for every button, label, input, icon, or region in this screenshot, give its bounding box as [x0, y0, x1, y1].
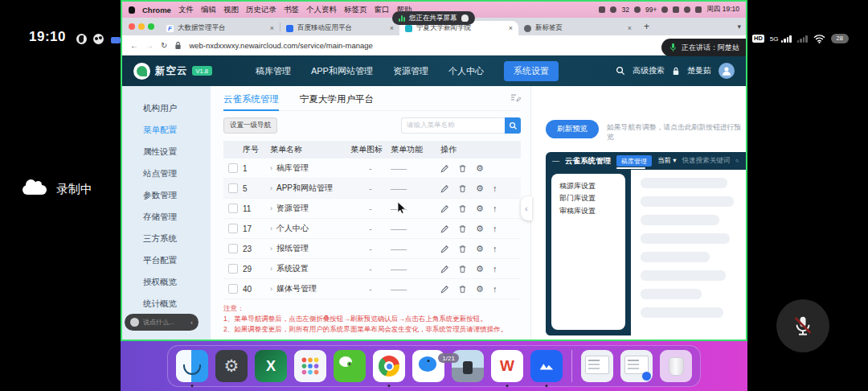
- edit-icon[interactable]: [440, 184, 449, 193]
- row-checkbox[interactable]: [228, 163, 238, 173]
- edit-icon[interactable]: [440, 204, 449, 213]
- current-username[interactable]: 楚曼茹: [687, 65, 711, 76]
- hide-banner-icon[interactable]: [461, 14, 469, 22]
- dock-chrome-icon[interactable]: [373, 350, 405, 382]
- delete-icon[interactable]: [458, 224, 467, 233]
- menu-bookmarks[interactable]: 书签: [284, 5, 299, 15]
- tab-yunque-system[interactable]: 云雀系统管理: [223, 93, 279, 111]
- back-button[interactable]: ←: [130, 41, 138, 50]
- close-tab-icon[interactable]: ×: [509, 24, 513, 32]
- expand-icon[interactable]: ›: [270, 224, 272, 233]
- menu-edit[interactable]: 编辑: [201, 5, 216, 15]
- row-checkbox[interactable]: [228, 204, 238, 213]
- edit-icon[interactable]: [440, 245, 449, 253]
- expand-icon[interactable]: ›: [270, 204, 272, 212]
- dock-window-preview-2[interactable]: [620, 350, 653, 382]
- expand-icon[interactable]: ›: [270, 184, 272, 192]
- delete-icon[interactable]: [458, 164, 467, 173]
- emoji-icon[interactable]: [130, 318, 139, 327]
- close-window-button[interactable]: [129, 23, 135, 30]
- move-up-icon[interactable]: ↑: [493, 204, 497, 213]
- refresh-preview-button[interactable]: 刷新预览: [546, 120, 599, 138]
- menu-profiles[interactable]: 个人资料: [306, 5, 337, 15]
- row-checkbox[interactable]: [228, 284, 238, 294]
- browser-tab[interactable]: F 大数据管理平台×: [161, 21, 280, 35]
- dock-chat-app-icon[interactable]: 1/21: [412, 350, 444, 382]
- expand-icon[interactable]: ›: [270, 285, 272, 293]
- settings-icon[interactable]: ⚙: [476, 204, 484, 213]
- menu-search-button[interactable]: [505, 117, 521, 134]
- preview-active-module-badge[interactable]: 稿库管理: [616, 155, 652, 167]
- menu-history[interactable]: 历史记录: [246, 5, 276, 15]
- sidebar-item-menu-config[interactable]: 菜单配置: [122, 119, 211, 141]
- nav-item-resources[interactable]: 资源管理: [393, 65, 428, 77]
- search-icon[interactable]: [735, 157, 739, 165]
- sidebar-item-statistics[interactable]: 统计概览: [122, 293, 211, 315]
- brand-logo-icon[interactable]: [133, 63, 150, 80]
- dock-wechat-icon[interactable]: [334, 350, 366, 382]
- move-up-icon[interactable]: ↑: [493, 183, 497, 193]
- menu-search-input[interactable]: 请输入菜单名称: [401, 117, 505, 134]
- row-checkbox[interactable]: [228, 244, 238, 253]
- move-up-icon[interactable]: ↑: [493, 244, 497, 253]
- edit-icon[interactable]: [440, 285, 449, 294]
- browser-tab[interactable]: 新标签页×: [518, 21, 637, 35]
- expand-icon[interactable]: ›: [270, 245, 272, 253]
- move-up-icon[interactable]: ↑: [493, 264, 497, 274]
- menu-tabs[interactable]: 标签页: [344, 5, 367, 15]
- row-checkbox[interactable]: [228, 264, 238, 274]
- edit-list-icon[interactable]: [510, 92, 521, 106]
- dock-system-settings-icon[interactable]: ⚙: [215, 350, 248, 382]
- status-icon[interactable]: [695, 6, 702, 13]
- menu-window[interactable]: 窗口: [374, 5, 389, 15]
- preview-scope-select[interactable]: 当前 ▾: [657, 156, 677, 166]
- nav-item-library[interactable]: 稿库管理: [256, 65, 291, 77]
- collapse-panel-button[interactable]: ‹: [521, 196, 532, 220]
- menu-app-name[interactable]: Chrome: [142, 6, 171, 14]
- edit-icon[interactable]: [440, 265, 449, 274]
- dock-finder-icon[interactable]: [176, 350, 208, 382]
- status-icon[interactable]: [673, 6, 679, 13]
- mic-muted-button[interactable]: [776, 299, 829, 352]
- delete-icon[interactable]: [458, 285, 467, 294]
- chat-count-icon[interactable]: [610, 6, 616, 13]
- set-primary-nav-button[interactable]: 设置一级导航: [223, 117, 277, 134]
- preview-menu-item[interactable]: 审稿库设置: [559, 205, 625, 217]
- browser-tab[interactable]: 百度移动应用平台×: [280, 21, 399, 35]
- row-checkbox[interactable]: [228, 224, 238, 233]
- menu-clock[interactable]: 周四 19:10: [706, 5, 739, 14]
- settings-icon[interactable]: ⚙: [476, 265, 484, 274]
- menu-file[interactable]: 文件: [178, 5, 194, 15]
- delete-icon[interactable]: [458, 265, 467, 274]
- meeting-chat-input[interactable]: 说点什么... ‹: [125, 314, 199, 331]
- sidebar-item-third-party[interactable]: 三方系统: [122, 228, 211, 249]
- close-tab-icon[interactable]: ×: [628, 24, 632, 32]
- edit-icon[interactable]: [440, 224, 449, 233]
- apple-menu-icon[interactable]: [129, 6, 135, 14]
- status-icon[interactable]: [661, 6, 668, 13]
- settings-icon[interactable]: ⚙: [476, 285, 484, 294]
- user-avatar[interactable]: [719, 63, 735, 79]
- expand-icon[interactable]: ›: [270, 164, 272, 172]
- dock-excel-icon[interactable]: X: [255, 350, 287, 382]
- dock-launchpad-icon[interactable]: [294, 350, 326, 382]
- screen-share-banner[interactable]: 您正在共享屏幕: [392, 11, 475, 25]
- new-tab-button[interactable]: +: [644, 21, 649, 32]
- nav-item-app-web[interactable]: APP和网站管理: [311, 65, 373, 77]
- edit-icon[interactable]: [440, 164, 449, 173]
- settings-icon[interactable]: ⚙: [476, 224, 484, 233]
- move-up-icon[interactable]: ↑: [493, 284, 497, 294]
- close-tab-icon[interactable]: ×: [390, 24, 394, 32]
- sidebar-item-authorization[interactable]: 授权概览: [122, 271, 211, 293]
- address-bar[interactable]: web-nxdxxwxy.newaircloud.com/service/mai…: [189, 41, 372, 50]
- row-checkbox[interactable]: [228, 183, 238, 193]
- collapse-chat-icon[interactable]: ‹: [190, 319, 193, 327]
- status-icon[interactable]: [684, 6, 690, 13]
- forward-button[interactable]: →: [145, 41, 154, 50]
- preview-menu-item[interactable]: 部门库设置: [559, 192, 625, 204]
- tab-nxu-user-platform[interactable]: 宁夏大学用户平台: [300, 93, 374, 105]
- advanced-search-link[interactable]: 高级搜索: [633, 65, 665, 76]
- nav-item-system-settings[interactable]: 系统设置: [504, 61, 559, 81]
- preview-menu-item[interactable]: 稿源库设置: [559, 180, 625, 192]
- expand-icon[interactable]: ›: [270, 265, 272, 273]
